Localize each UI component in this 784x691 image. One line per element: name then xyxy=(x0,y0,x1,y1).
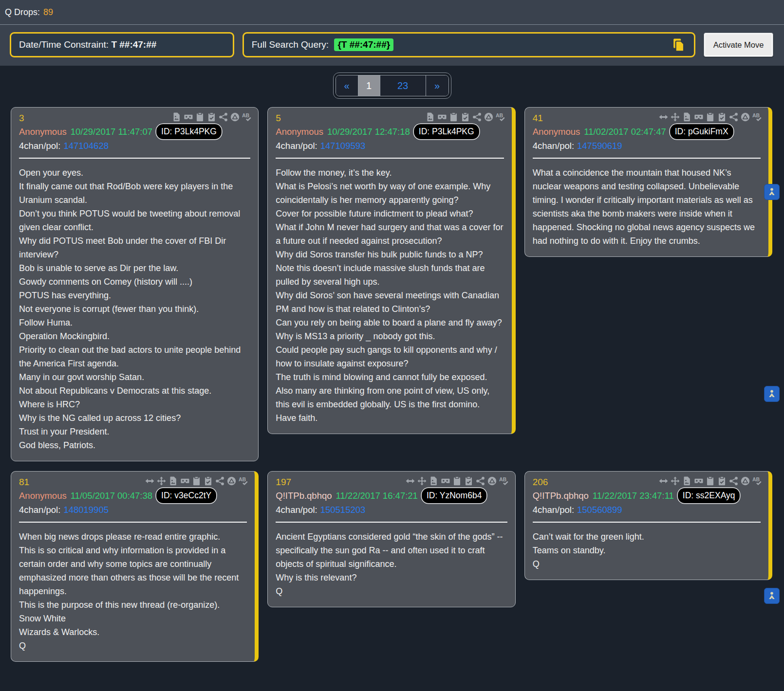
spellcheck-icon[interactable] xyxy=(752,112,762,122)
copy-icon xyxy=(672,37,686,52)
vr-goggles-icon[interactable] xyxy=(694,476,703,486)
clipboard-check-icon[interactable] xyxy=(464,476,473,486)
circle-triangle-icon[interactable] xyxy=(487,476,497,486)
circle-triangle-icon[interactable] xyxy=(741,476,750,486)
image-file-icon[interactable] xyxy=(172,112,181,122)
clipboard-check-icon[interactable] xyxy=(461,112,470,122)
circle-triangle-icon[interactable] xyxy=(484,112,493,122)
share-icon[interactable] xyxy=(729,112,738,122)
pagination-ring: « 1 2 3 » xyxy=(333,73,451,99)
poster-id-badge: ID: P3Lk4PKG xyxy=(414,124,479,139)
pagination-prev-button[interactable]: « xyxy=(336,75,358,96)
drop-card: 197 Q!ITPb.qbhqo 11/22/ xyxy=(267,471,515,607)
person-icon xyxy=(767,591,777,601)
search-query-field[interactable]: Full Search Query: {T ##:47:##} xyxy=(243,32,695,57)
person-icon xyxy=(767,389,777,399)
poster-id-badge: ID: YzNom6b4 xyxy=(422,488,486,503)
drop-body: Open your eyes. It finally came out that… xyxy=(11,159,258,461)
clipboard-icon[interactable] xyxy=(449,112,458,122)
post-number-link[interactable]: 147590619 xyxy=(577,141,622,151)
clipboard-icon[interactable] xyxy=(192,476,201,486)
page-title: Q Drops: 89 xyxy=(0,0,784,25)
datetime-constraint-field[interactable]: Date/Time Constraint: T ##:47:## xyxy=(10,32,234,57)
image-file-icon[interactable] xyxy=(426,112,435,122)
filter-bar: Date/Time Constraint: T ##:47:## Full Se… xyxy=(0,25,784,66)
post-number-link[interactable]: 150515203 xyxy=(320,505,366,515)
side-tool-button[interactable] xyxy=(764,184,780,200)
circle-triangle-icon[interactable] xyxy=(741,112,750,122)
drop-number: 206 xyxy=(533,476,548,488)
post-number-link[interactable]: 150560899 xyxy=(577,505,622,515)
image-file-icon[interactable] xyxy=(682,476,691,486)
vr-goggles-icon[interactable] xyxy=(694,112,703,122)
drop-body: Follow the money, it’s the key. What is … xyxy=(268,159,511,434)
vr-goggles-icon[interactable] xyxy=(180,476,189,486)
search-query-label: Full Search Query: xyxy=(252,39,332,50)
image-file-icon[interactable] xyxy=(429,476,438,486)
share-icon[interactable] xyxy=(219,112,228,122)
move-icon[interactable] xyxy=(157,476,166,486)
circle-triangle-icon[interactable] xyxy=(230,112,240,122)
spellcheck-icon[interactable] xyxy=(499,476,508,486)
copy-button[interactable] xyxy=(672,37,686,52)
share-icon[interactable] xyxy=(215,476,224,486)
clipboard-icon[interactable] xyxy=(452,476,462,486)
pagination-page-3[interactable]: 3 xyxy=(403,80,408,91)
share-icon[interactable] xyxy=(476,476,485,486)
post-number-link[interactable]: 148019905 xyxy=(63,505,109,515)
board-label: 4chan/pol: xyxy=(533,505,574,515)
drop-number: 81 xyxy=(19,476,29,488)
spellcheck-icon[interactable] xyxy=(496,112,505,122)
vr-goggles-icon[interactable] xyxy=(184,112,193,122)
poster-id-badge: ID: ss2EXAyq xyxy=(678,488,740,503)
poster-id-badge: ID: v3eCc2tY xyxy=(156,488,216,503)
pagination-page-1-active[interactable]: 1 xyxy=(358,75,380,96)
resize-horizontal-icon[interactable] xyxy=(659,112,668,122)
timestamp: 10/29/2017 11:47:07 xyxy=(71,125,152,139)
spellcheck-icon[interactable] xyxy=(752,476,762,486)
spellcheck-icon[interactable] xyxy=(239,476,248,486)
board-label: 4chan/pol: xyxy=(533,141,574,151)
side-tool-button[interactable] xyxy=(764,588,780,604)
search-query-chip: {T ##:47:##} xyxy=(334,38,393,51)
resize-horizontal-icon[interactable] xyxy=(406,476,415,486)
drops-title-label: Q Drops: xyxy=(5,7,40,18)
side-tool-button[interactable] xyxy=(764,386,780,402)
drop-body: Can’t wait for the green light. Teams on… xyxy=(525,523,768,580)
image-file-icon[interactable] xyxy=(682,112,691,122)
clipboard-icon[interactable] xyxy=(706,476,715,486)
spellcheck-icon[interactable] xyxy=(242,112,251,122)
clipboard-check-icon[interactable] xyxy=(717,476,727,486)
clipboard-check-icon[interactable] xyxy=(717,112,727,122)
vr-goggles-icon[interactable] xyxy=(441,476,450,486)
clipboard-icon[interactable] xyxy=(706,112,715,122)
move-icon[interactable] xyxy=(671,112,680,122)
move-icon[interactable] xyxy=(671,476,680,486)
pagination-pages: 2 3 xyxy=(380,75,426,96)
image-file-icon[interactable] xyxy=(168,476,178,486)
post-number-link[interactable]: 147109593 xyxy=(320,141,366,151)
timestamp: 10/29/2017 12:47:18 xyxy=(327,125,410,139)
drops-grid: 3 Anonymous 10/29/2017 11:47:07 ID: P3L xyxy=(0,107,784,662)
vr-goggles-icon[interactable] xyxy=(437,112,447,122)
pagination-page-2[interactable]: 2 xyxy=(397,80,403,91)
resize-horizontal-icon[interactable] xyxy=(145,476,154,486)
timestamp: 11/22/2017 23:47:11 xyxy=(593,489,674,503)
post-number-link[interactable]: 147104628 xyxy=(63,141,109,151)
circle-triangle-icon[interactable] xyxy=(227,476,236,486)
resize-horizontal-icon[interactable] xyxy=(659,476,668,486)
clipboard-check-icon[interactable] xyxy=(207,112,216,122)
board-label: 4chan/pol: xyxy=(19,505,60,515)
drop-number: 41 xyxy=(533,112,543,124)
author-name: Anonymous xyxy=(276,125,323,139)
move-icon[interactable] xyxy=(417,476,427,486)
timestamp: 11/22/2017 16:47:21 xyxy=(336,489,418,503)
drop-number: 3 xyxy=(19,112,24,124)
share-icon[interactable] xyxy=(729,476,738,486)
clipboard-check-icon[interactable] xyxy=(204,476,213,486)
clipboard-icon[interactable] xyxy=(195,112,205,122)
pagination-next-button[interactable]: » xyxy=(426,75,448,96)
drop-card: 206 Q!ITPb.qbhqo 11/22/ xyxy=(524,471,772,580)
share-icon[interactable] xyxy=(472,112,482,122)
activate-move-button[interactable]: Activate Move xyxy=(704,33,773,57)
